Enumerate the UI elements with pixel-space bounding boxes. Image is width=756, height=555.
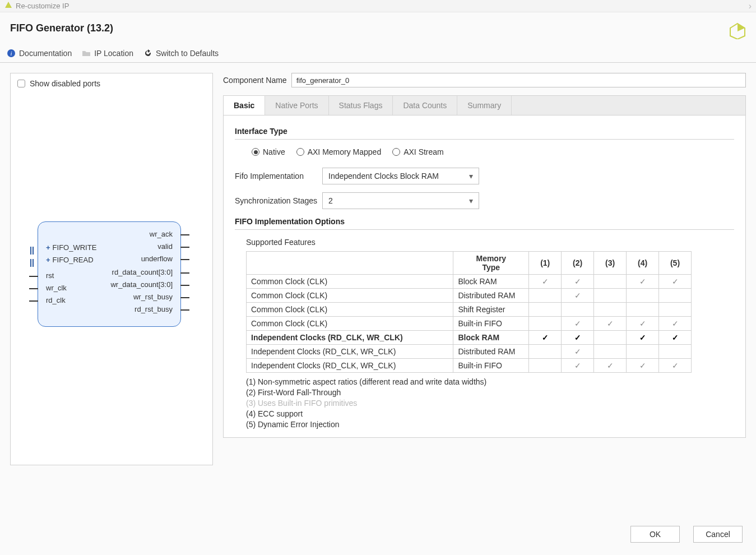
radio-axi-mm[interactable]: AXI Memory Mapped: [296, 147, 382, 156]
chevron-down-icon: ▾: [469, 172, 473, 181]
table-row: Common Clock (CLK)Built-in FIFO✓✓✓✓: [247, 317, 692, 331]
documentation-label: Documentation: [19, 49, 72, 58]
switch-to-defaults-link[interactable]: Switch to Defaults: [143, 49, 219, 58]
tab-basic[interactable]: Basic: [224, 95, 265, 115]
col-clocking: [247, 252, 453, 275]
switch-defaults-label: Switch to Defaults: [156, 49, 219, 58]
fifo-implementation-select[interactable]: Independent Clocks Block RAM ▾: [322, 168, 479, 184]
sync-stages-value: 2: [328, 196, 333, 205]
show-disabled-ports-label: Show disabled ports: [30, 79, 100, 88]
col-5: (5): [659, 252, 692, 275]
radio-native[interactable]: Native: [252, 147, 285, 156]
col-1: (1): [529, 252, 562, 275]
component-name-label: Component Name: [223, 76, 287, 85]
documentation-link[interactable]: i Documentation: [7, 49, 72, 58]
radio-native-label: Native: [263, 147, 285, 156]
fifo-options-heading: FIFO Implementation Options: [235, 217, 734, 226]
preview-panel: Show disabled ports: [10, 73, 213, 465]
legend-2: (2) First-Word Fall-Through: [246, 388, 734, 397]
tab-data-counts[interactable]: Data Counts: [393, 96, 457, 115]
svg-marker-0: [5, 2, 12, 8]
cancel-button[interactable]: Cancel: [693, 526, 743, 543]
port-rd-rst-busy: rd_rst_busy: [134, 305, 173, 313]
radio-axi-stream-label: AXI Stream: [403, 147, 444, 156]
col-2: (2): [562, 252, 594, 275]
table-row: Independent Clocks (RD_CLK, WR_CLK)Block…: [247, 331, 692, 345]
legend-5: (5) Dynamic Error Injection: [246, 420, 734, 429]
table-row: Common Clock (CLK)Shift Register: [247, 303, 692, 317]
radio-icon: [296, 148, 304, 156]
port-wr-ack: wr_ack: [150, 230, 173, 238]
info-icon: i: [7, 49, 16, 58]
sync-stages-label: Synchronization Stages: [235, 196, 322, 205]
radio-axi-mm-label: AXI Memory Mapped: [308, 147, 382, 156]
port-fifo-read: +FIFO_READ: [46, 256, 94, 264]
radio-icon: [252, 148, 259, 156]
tab-bar: Basic Native Ports Status Flags Data Cou…: [223, 95, 746, 115]
port-wr-data-count: wr_data_count[3:0]: [110, 280, 173, 289]
col-4: (4): [627, 252, 659, 275]
show-disabled-ports-checkbox[interactable]: Show disabled ports: [17, 79, 206, 88]
supported-features-table: Memory Type (1) (2) (3) (4) (5) Common C…: [246, 251, 692, 373]
fifo-implementation-value: Independent Clocks Block RAM: [328, 172, 439, 181]
table-row: Independent Clocks (RD_CLK, WR_CLK)Built…: [247, 359, 692, 373]
sync-stages-select[interactable]: 2 ▾: [322, 192, 479, 209]
port-rst: rst: [46, 271, 54, 280]
port-rd-clk: rd_clk: [46, 296, 66, 304]
legend-3: (3) Uses Built-in FIFO primitives: [246, 399, 734, 408]
svg-marker-2: [738, 24, 745, 31]
tab-native-ports[interactable]: Native Ports: [265, 96, 328, 115]
col-3: (3): [594, 252, 627, 275]
page-title: FIFO Generator (13.2): [10, 22, 113, 34]
ip-location-link[interactable]: IP Location: [82, 49, 133, 58]
chevron-down-icon: ▾: [469, 196, 473, 205]
svg-text:i: i: [10, 50, 12, 57]
table-row: Common Clock (CLK)Block RAM✓✓✓✓: [247, 275, 692, 289]
app-logo-icon: [4, 1, 12, 11]
port-wr-rst-busy: wr_rst_busy: [133, 293, 173, 301]
port-fifo-write: +FIFO_WRITE: [46, 243, 96, 252]
radio-icon: [392, 148, 400, 156]
ip-block-diagram: +FIFO_WRITE +FIFO_READ rst wr_clk rd_clk…: [38, 221, 185, 327]
folder-icon: [82, 49, 91, 58]
ok-button[interactable]: OK: [630, 526, 680, 543]
vendor-logo-icon: [729, 22, 746, 41]
refresh-icon: [143, 49, 152, 58]
ip-location-label: IP Location: [94, 49, 133, 58]
port-valid: valid: [157, 242, 173, 251]
tab-summary[interactable]: Summary: [457, 96, 512, 115]
interface-type-heading: Interface Type: [235, 127, 734, 136]
component-name-input[interactable]: [291, 73, 746, 87]
titlebar: Re-customize IP ›: [0, 0, 756, 12]
checkbox-icon: [17, 80, 25, 87]
radio-axi-stream[interactable]: AXI Stream: [392, 147, 444, 156]
port-rd-data-count: rd_data_count[3:0]: [112, 268, 173, 276]
port-wr-clk: wr_clk: [46, 284, 67, 292]
overflow-chevron-icon[interactable]: ›: [749, 1, 752, 11]
fifo-implementation-label: Fifo Implementation: [235, 172, 322, 181]
supported-features-label: Supported Features: [246, 238, 734, 247]
tab-status-flags[interactable]: Status Flags: [329, 96, 393, 115]
port-underflow: underflow: [141, 255, 173, 263]
table-row: Common Clock (CLK)Distributed RAM✓: [247, 289, 692, 303]
table-row: Independent Clocks (RD_CLK, WR_CLK)Distr…: [247, 345, 692, 359]
col-memory-type: Memory Type: [453, 252, 529, 275]
legend-4: (4) ECC support: [246, 409, 734, 418]
window-title: Re-customize IP: [16, 2, 69, 10]
legend-1: (1) Non-symmetric aspect ratios (differe…: [246, 377, 734, 386]
